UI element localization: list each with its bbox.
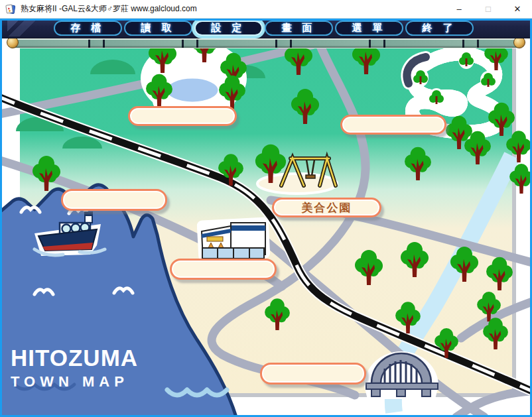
park-label-text: 美合公園	[302, 200, 352, 215]
map-location-box-1[interactable]	[128, 106, 237, 126]
game-window: 熟女麻将II -GAL云&大师♂罗莊 www.galcloud.com – □ …	[0, 0, 532, 417]
window-controls: – □ ✕	[444, 0, 532, 18]
menu-button-load[interactable]: 讀 取	[124, 21, 192, 36]
close-button[interactable]: ✕	[503, 0, 532, 18]
menu-button-menu[interactable]: 選 單	[335, 21, 403, 36]
building-icon	[196, 217, 270, 262]
map-location-box-2[interactable]	[340, 115, 446, 135]
menu-button-settings[interactable]: 設 定	[194, 21, 263, 36]
map-location-box-4[interactable]	[170, 259, 277, 280]
menu-button-quit[interactable]: 終 了	[405, 21, 474, 36]
window-title: 熟女麻将II -GAL云&大师♂罗莊 www.galcloud.com	[21, 3, 197, 15]
menu-button-display[interactable]: 畫 面	[265, 21, 333, 36]
maximize-button[interactable]: □	[474, 0, 503, 18]
app-icon	[5, 3, 17, 15]
park-label[interactable]: 美合公園	[272, 198, 381, 217]
minimize-button[interactable]: –	[444, 0, 474, 18]
scroll-rod	[11, 38, 521, 48]
map-location-box-5[interactable]	[260, 363, 366, 385]
map-location-box-3[interactable]	[61, 189, 167, 211]
title-bar: 熟女麻将II -GAL云&大师♂罗莊 www.galcloud.com – □ …	[0, 0, 532, 19]
menu-bar: 存 檔 讀 取 設 定 畫 面 選 單 終 了	[2, 19, 530, 38]
menu-button-save[interactable]: 存 檔	[54, 21, 122, 36]
